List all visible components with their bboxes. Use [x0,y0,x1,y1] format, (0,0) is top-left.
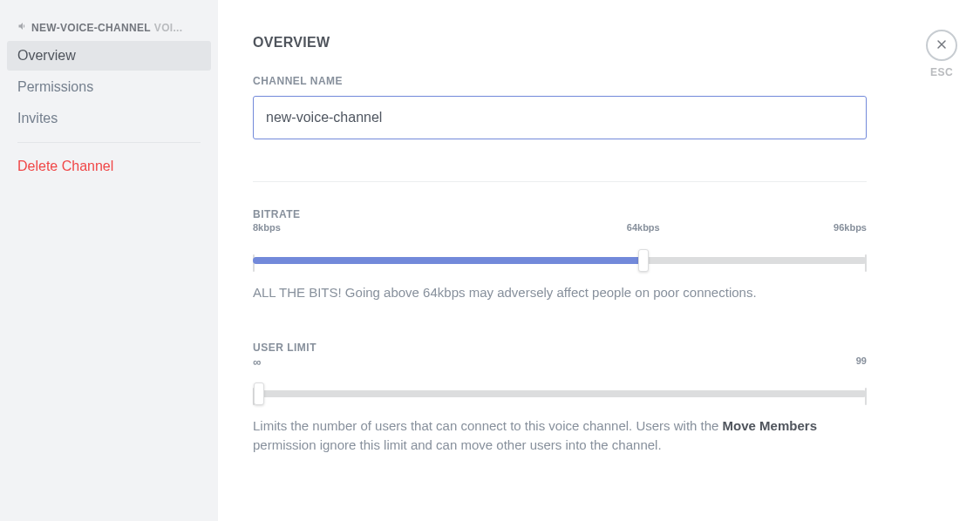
sidebar-channel-name: NEW-VOICE-CHANNEL [31,22,151,34]
user-limit-thumb[interactable] [254,382,264,405]
close-column: ESC [926,30,957,78]
close-label: ESC [930,66,953,78]
user-limit-tick-max: 99 [856,355,867,366]
bitrate-thumb[interactable] [638,249,649,272]
bitrate-track [253,257,867,264]
sidebar-item-delete-channel[interactable]: Delete Channel [7,152,211,181]
channel-name-input[interactable] [253,96,867,139]
user-limit-section: USER LIMIT ∞ 99 Limits the number of use… [253,342,867,456]
user-limit-help-text: Limits the number of users that can conn… [253,416,867,456]
sidebar-item-permissions[interactable]: Permissions [7,72,211,102]
sidebar-item-overview[interactable]: Overview [7,41,211,71]
sidebar-item-label: Permissions [17,79,93,94]
bitrate-label: BITRATE [253,208,867,220]
user-limit-slider[interactable]: ∞ 99 [253,373,867,397]
bitrate-tick-max: 96kbps [834,222,867,233]
sidebar-item-label: Delete Channel [17,159,113,173]
user-limit-label: USER LIMIT [253,342,867,354]
bitrate-fill [253,257,643,264]
slider-tick [865,388,867,405]
sidebar-item-invites[interactable]: Invites [7,104,211,133]
sidebar-divider [17,142,201,143]
settings-main: OVERVIEW CHANNEL NAME BITRATE 8kbps 64kb… [218,0,980,521]
page-title: OVERVIEW [253,35,867,51]
sidebar-channel-category: VOI... [154,22,182,34]
settings-sidebar: NEW-VOICE-CHANNEL VOI... Overview Permis… [0,0,218,521]
user-limit-track [253,390,867,397]
channel-name-section: CHANNEL NAME [253,75,867,139]
bitrate-tick-mid: 64kbps [627,222,660,233]
bitrate-slider[interactable]: 8kbps 64kbps 96kbps [253,240,867,264]
bitrate-help-text: ALL THE BITS! Going above 64kbps may adv… [253,283,867,303]
speaker-icon [17,21,28,34]
slider-tick [865,254,867,272]
close-button[interactable] [926,30,957,61]
section-divider [253,181,867,182]
user-limit-tick-min: ∞ [253,355,261,369]
close-icon [935,37,949,54]
bitrate-tick-min: 8kbps [253,222,281,233]
sidebar-item-label: Invites [17,111,58,125]
sidebar-item-label: Overview [17,48,76,63]
sidebar-channel-header: NEW-VOICE-CHANNEL VOI... [7,21,211,39]
channel-name-label: CHANNEL NAME [253,75,867,87]
bitrate-section: BITRATE 8kbps 64kbps 96kbps ALL THE BITS… [253,208,867,303]
